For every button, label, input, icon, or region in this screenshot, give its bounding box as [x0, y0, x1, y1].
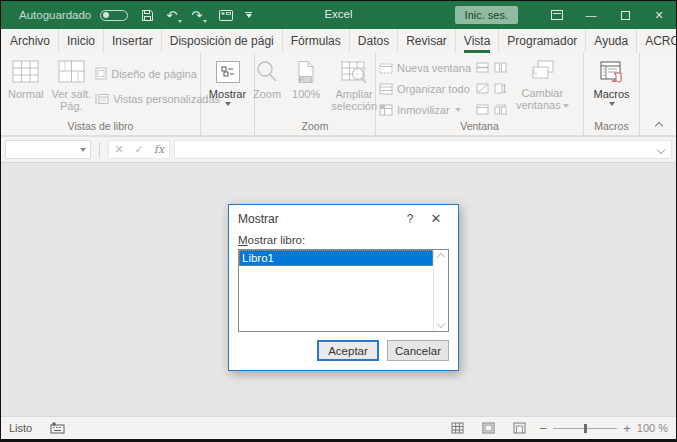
- ribbon: Normal Ver salt. Pág. Diseño de página: [1, 53, 676, 137]
- dialog-title: Mostrar: [238, 212, 279, 226]
- normal-view-icon[interactable]: [451, 422, 464, 434]
- undo-icon: ↶: [166, 8, 177, 23]
- split-icon: [476, 62, 489, 73]
- arrange-all-icon: [379, 83, 393, 95]
- title-bar: Autoguardado ↶ ↷ Excel Inic. ses.: [1, 1, 676, 29]
- close-button[interactable]: ✕: [642, 1, 676, 29]
- tab-ayuda[interactable]: Ayuda: [586, 29, 637, 53]
- dialog-help-button[interactable]: ?: [397, 212, 423, 226]
- status-bar: Listo −: [1, 416, 676, 439]
- page-break-preview-button[interactable]: Ver salt. Pág.: [47, 56, 95, 112]
- group-label: [201, 119, 254, 135]
- undo-button[interactable]: ↶: [166, 8, 182, 23]
- maximize-button[interactable]: [608, 1, 642, 29]
- button-label: Ver salt.: [51, 88, 91, 100]
- tab-vista[interactable]: Vista: [456, 29, 499, 53]
- name-box-input[interactable]: [6, 144, 80, 156]
- signin-button[interactable]: Inic. ses.: [455, 6, 518, 24]
- button-label: ventanas: [516, 99, 561, 111]
- freeze-panes-icon: [379, 104, 393, 116]
- button-label: Mostrar: [209, 88, 246, 100]
- switch-windows-button[interactable]: Cambiar ventanas: [512, 56, 573, 111]
- hide-window-button[interactable]: [476, 79, 489, 98]
- autosave-toggle[interactable]: [100, 10, 128, 21]
- touch-mode-icon[interactable]: [216, 6, 236, 24]
- accessibility-keyboard-icon[interactable]: [50, 422, 65, 434]
- sync-scroll-icon: [494, 83, 507, 94]
- formula-input-area[interactable]: [174, 140, 672, 159]
- group-zoom: Zoom 100 100% Ampliar selección: [255, 53, 376, 135]
- tab-archivo[interactable]: Archivo: [1, 29, 59, 53]
- new-window-button[interactable]: Nueva ventana: [379, 58, 471, 77]
- freeze-panes-button[interactable]: Inmovilizar: [379, 100, 471, 119]
- zoom-percentage[interactable]: 100 %: [637, 422, 668, 434]
- tab-acrobat[interactable]: ACROBAT: [637, 29, 677, 53]
- scroll-down-icon[interactable]: [437, 320, 445, 328]
- name-box-dropdown-icon[interactable]: [80, 148, 86, 152]
- autosave-label: Autoguardado: [19, 9, 91, 21]
- save-icon[interactable]: [137, 6, 157, 24]
- button-label: Nueva ventana: [397, 62, 471, 74]
- redo-button[interactable]: ↷: [191, 8, 207, 23]
- chevron-down-icon: [609, 102, 615, 106]
- reset-window-position-button[interactable]: [494, 100, 507, 119]
- synchronous-scrolling-button[interactable]: [494, 79, 507, 98]
- redo-dropdown-icon: [203, 20, 207, 23]
- unhide-window-button[interactable]: [476, 100, 489, 119]
- enter-entry-button[interactable]: ✓: [129, 143, 149, 156]
- listbox-scrollbar[interactable]: [433, 250, 448, 331]
- tab-formulas[interactable]: Fórmulas: [283, 29, 350, 53]
- tab-insertar[interactable]: Insertar: [104, 29, 162, 53]
- quick-access-customize-button[interactable]: [245, 12, 252, 18]
- arrange-all-button[interactable]: Organizar todo: [379, 79, 471, 98]
- ribbon-display-options-button[interactable]: [540, 1, 574, 29]
- page-break-view-icon[interactable]: [513, 422, 526, 434]
- split-button[interactable]: [476, 58, 489, 77]
- minimize-button[interactable]: —: [574, 1, 608, 29]
- view-side-by-side-button[interactable]: [494, 58, 507, 77]
- cancel-entry-button[interactable]: ✕: [109, 143, 129, 156]
- formula-bar: ✕ ✓ fx: [1, 137, 676, 163]
- workbook-listbox[interactable]: Libro1: [238, 249, 449, 332]
- accept-button[interactable]: Aceptar: [317, 340, 379, 361]
- unhide-workbook-label: Mostrar libro:: [238, 234, 449, 246]
- button-label: Cambiar: [522, 87, 564, 99]
- cancel-button[interactable]: Cancelar: [387, 340, 449, 361]
- list-item-libro1[interactable]: Libro1: [239, 250, 433, 266]
- tab-revisar[interactable]: Revisar: [398, 29, 456, 53]
- mostrar-dropdown-button[interactable]: Mostrar: [205, 56, 250, 106]
- divider: [99, 143, 100, 157]
- zoom-button[interactable]: Zoom: [249, 56, 285, 100]
- page-100-icon: 100: [296, 57, 316, 87]
- tab-datos[interactable]: Datos: [350, 29, 398, 53]
- undo-dropdown-icon: [178, 20, 182, 23]
- page-break-grid-icon: [58, 57, 85, 87]
- group-label: Macros: [584, 119, 639, 135]
- zoom-out-button[interactable]: −: [540, 421, 548, 436]
- collapse-ribbon-button[interactable]: [655, 122, 663, 130]
- button-label: Pág.: [60, 100, 83, 112]
- insert-function-button[interactable]: fx: [149, 143, 169, 156]
- chevron-down-icon: [563, 104, 569, 108]
- zoom-slider[interactable]: [553, 424, 617, 433]
- name-box[interactable]: [5, 140, 91, 159]
- zoom-in-button[interactable]: +: [623, 421, 631, 436]
- scroll-up-icon[interactable]: [437, 253, 445, 261]
- zoom-100-button[interactable]: 100 100%: [288, 56, 324, 100]
- macros-button[interactable]: Macros: [589, 56, 633, 106]
- page-layout-view-icon[interactable]: [482, 422, 495, 434]
- tab-inicio[interactable]: Inicio: [59, 29, 104, 53]
- group-macros: Macros Macros: [584, 53, 640, 135]
- tab-disposicion[interactable]: Disposición de pági: [162, 29, 283, 53]
- zoom-to-selection-button[interactable]: Ampliar selección: [327, 56, 381, 112]
- ribbon-display-icon: [551, 10, 563, 20]
- status-text: Listo: [9, 422, 32, 434]
- normal-view-button[interactable]: Normal: [4, 56, 47, 100]
- dialog-close-button[interactable]: ✕: [423, 211, 449, 226]
- hide-window-icon: [476, 83, 489, 94]
- overline: [245, 12, 252, 13]
- expand-formula-bar-icon[interactable]: [657, 145, 665, 153]
- formula-input[interactable]: [175, 144, 658, 156]
- tab-programador[interactable]: Programador: [499, 29, 586, 53]
- slider-thumb[interactable]: [584, 424, 587, 433]
